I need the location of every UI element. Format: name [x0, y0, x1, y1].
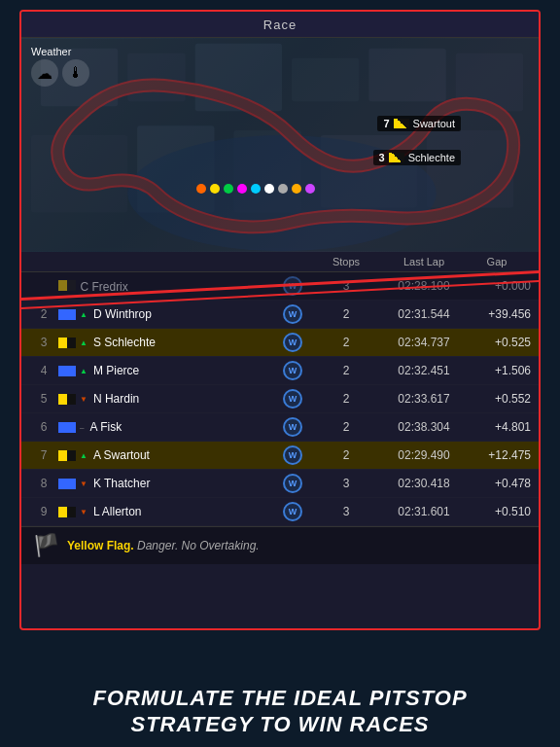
row-gap: +1.506	[463, 364, 531, 377]
table-row: 8 ▼ K Thatcher W 3 02:30.418 +0.478	[21, 470, 539, 498]
car-dot-8	[292, 184, 301, 194]
svg-rect-4	[292, 58, 359, 102]
row-pos: 3	[29, 336, 58, 349]
tyre-w-label: W	[289, 309, 298, 319]
yf-sub-text: Danger. No Overtaking.	[134, 539, 260, 552]
row-arrow: ▲	[80, 451, 88, 460]
yellow-flag-icon: 🏴	[33, 533, 59, 558]
svg-rect-20	[67, 366, 76, 376]
col-header-driver	[58, 256, 278, 267]
row-gap: +0.478	[463, 477, 531, 490]
svg-rect-15	[58, 309, 67, 320]
row-driver-name: D Winthrop	[93, 307, 152, 321]
row-pos: 9	[29, 505, 58, 518]
row-driver-cell: ▲ S Schlechte	[58, 336, 278, 349]
bottom-cta-line2: STRATEGY TO WIN RACES	[0, 712, 560, 737]
svg-rect-29	[58, 507, 67, 517]
row-stops: 2	[307, 336, 385, 349]
svg-rect-5	[368, 49, 445, 102]
yellow-flag-text: Yellow Flag. Danger. No Overtaking.	[67, 539, 260, 552]
row-flag	[58, 309, 76, 320]
track-map-svg	[21, 38, 539, 252]
svg-rect-19	[58, 366, 67, 376]
map-area: Weather ☁ 🌡 7 Swartout 3 Schlechte	[21, 38, 539, 252]
row-gap: +39.456	[463, 307, 531, 321]
svg-rect-28	[67, 479, 76, 489]
svg-rect-21	[58, 394, 67, 405]
row-driver-cell: ▲ M Pierce	[58, 364, 278, 377]
car-dot-7	[278, 184, 288, 194]
row-driver-cell: ▲ A Swartout	[58, 448, 278, 462]
col-header-pos	[29, 256, 58, 267]
row-driver-cell: – A Fisk	[58, 420, 278, 434]
row-flag	[58, 338, 76, 348]
svg-rect-26	[67, 450, 76, 461]
flag-stripe-7	[394, 119, 409, 128]
row-lap-time: 02:33.617	[385, 392, 463, 406]
race-title-bar: Race	[21, 12, 539, 38]
car-dot-4	[237, 184, 247, 194]
row-driver-name: M Pierce	[93, 364, 139, 377]
svg-rect-27	[58, 479, 67, 489]
svg-rect-13	[58, 280, 67, 291]
tyre-w-label: W	[289, 507, 298, 516]
yellow-flag-bar: 🏴 Yellow Flag. Danger. No Overtaking.	[21, 526, 539, 564]
row-gap: +4.801	[463, 420, 531, 434]
svg-rect-14	[67, 280, 76, 291]
table-row: 6 – A Fisk W 2 02:38.304 +4.801	[21, 413, 539, 442]
car-dot-1	[196, 184, 206, 194]
row-arrow: ▼	[80, 395, 88, 404]
row-stops: 3	[307, 477, 385, 490]
game-card: Race Weather ☁	[19, 10, 541, 630]
row-flag	[58, 479, 76, 489]
row-driver-name: N Hardin	[93, 392, 139, 406]
row-flag	[58, 394, 76, 405]
row-stops: 2	[307, 420, 385, 434]
row-gap: +0.552	[463, 392, 531, 406]
col-header-tyre	[278, 256, 307, 267]
row-stops: 2	[307, 448, 385, 462]
row-arrow: ▼	[80, 480, 88, 488]
svg-rect-30	[67, 507, 76, 517]
col-header-gap: Gap	[463, 256, 531, 267]
svg-rect-18	[67, 338, 76, 348]
svg-rect-22	[67, 394, 76, 405]
svg-rect-2	[127, 53, 186, 102]
svg-rect-24	[67, 422, 76, 433]
row-tyre: W	[283, 304, 302, 324]
svg-rect-23	[58, 422, 67, 433]
row-flag	[58, 422, 76, 433]
tyre-w-label: W	[289, 394, 298, 404]
row-flag	[58, 366, 76, 376]
table-row: 7 ▲ A Swartout W 2 02:29.490 +12.475	[21, 442, 539, 470]
table-row: 4 ▲ M Pierce W 2 02:32.451 +1.506	[21, 357, 539, 385]
row-driver-name: S Schlechte	[93, 336, 156, 349]
svg-rect-7	[31, 135, 127, 212]
row-gap: +0.510	[463, 505, 531, 518]
weather-icons: ☁ 🌡	[31, 59, 89, 87]
row-arrow: ▲	[80, 367, 88, 375]
row-lap-time: 02:34.737	[385, 336, 463, 349]
row-driver-name: K Thatcher	[93, 477, 150, 490]
table-row: 9 ▼ L Allerton W 3 02:31.601 +0.510	[21, 498, 539, 526]
row-pos: 4	[29, 364, 58, 377]
row-flag	[58, 450, 76, 461]
row-pos: 2	[29, 307, 58, 321]
car-dot-6	[264, 184, 274, 194]
car-dot-5	[251, 184, 261, 194]
car-dot-9	[305, 184, 315, 194]
map-label-num-3: 3	[379, 152, 385, 163]
row-arrow: ▲	[80, 338, 88, 347]
row-driver-name: A Fisk	[89, 420, 122, 434]
row-stops: 2	[307, 392, 385, 406]
tyre-w-label: W	[289, 450, 298, 460]
map-driver-swartout: Swartout	[413, 118, 455, 129]
cloud-icon: ☁	[31, 59, 58, 87]
car-dot-3	[224, 184, 233, 194]
row-lap-time: 02:38.304	[385, 420, 463, 434]
row-lap-time: 02:30.418	[385, 477, 463, 490]
row-tyre: W	[283, 417, 302, 437]
yf-main-text: Yellow Flag.	[67, 539, 134, 552]
row-lap-time: 02:31.601	[385, 505, 463, 518]
row-tyre: W	[283, 474, 302, 493]
